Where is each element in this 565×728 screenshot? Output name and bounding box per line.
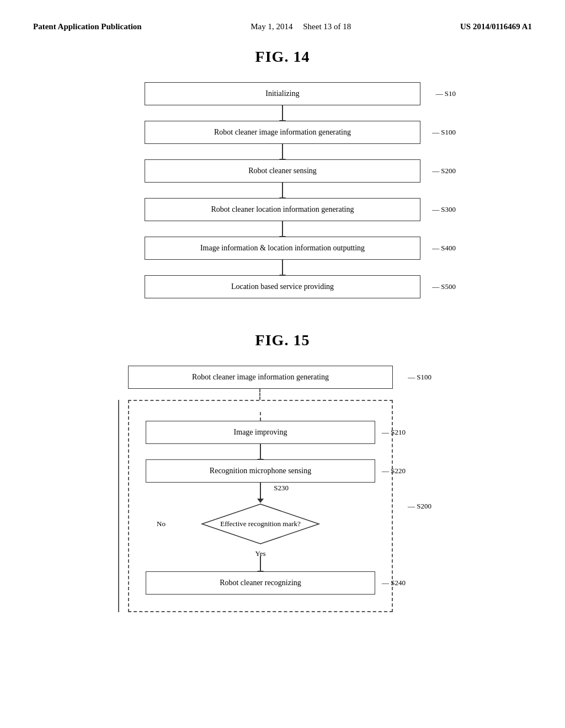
date: May 1, 2014 [250,22,292,31]
tag-s210: — S210 [382,428,406,437]
arrow-s400-s500 [282,260,283,275]
page-header: Patent Application Publication May 1, 20… [33,22,532,31]
fig15-outer-region: Image improving — S210 Recognition micro… [128,400,393,612]
arrow-s200-s300 [282,183,283,198]
fig14-title: FIG. 14 [33,48,532,66]
fig15-top-tag: S100 [408,373,431,382]
arrow-yes-s240 [260,556,261,571]
tag-s100: S100 [432,128,456,137]
fig15-diamond-row: Effective recognition mark? No Yes [146,502,375,546]
fig14-row-s200: Robot cleaner sensing S200 [145,159,420,183]
fig15-flowchart: Robot cleaner image information generati… [128,366,437,612]
fig14-flowchart: Initializing S10 Robot cleaner image inf… [145,82,420,298]
fig15-row-s210: Image improving — S210 [146,421,375,444]
box-recognizing: Robot cleaner recognizing [146,571,375,595]
arrow-s220-diamond: S230 [260,483,261,499]
fig14-row-s300: Robot cleaner location information gener… [145,198,420,221]
tag-s240: — S240 [382,579,406,587]
dashed-arrow-top [259,389,260,400]
box-image-info: Robot cleaner image information generati… [145,121,420,144]
tag-s300: S300 [432,205,456,214]
tag-s500: S500 [432,282,456,291]
arrow-s10-s100 [282,105,283,121]
sheet-info: Sheet 13 of 18 [303,22,351,31]
publication-label: Patent Application Publication [33,22,142,31]
box-service: Location based service providing S500 [145,275,420,298]
fig14-row-s100: Robot cleaner image information generati… [145,121,420,144]
tag-s200-outer: — S200 [408,502,431,511]
arrow-s210-s220 [260,444,261,459]
fig15-row-s240: Robot cleaner recognizing — S240 [146,571,375,595]
svg-text:Effective recognition mark?: Effective recognition mark? [220,520,301,528]
box-initializing: Initializing S10 [145,82,420,105]
box-location-info: Robot cleaner location information gener… [145,198,420,221]
fig15-title: FIG. 15 [33,331,532,349]
fig14-row-s500: Location based service providing S500 [145,275,420,298]
tag-s230: S230 [274,484,289,493]
arrow-s100-s200 [282,144,283,159]
dashed-connector [260,412,261,421]
tag-s220: — S220 [382,467,406,475]
fig14-row-s10: Initializing S10 [145,82,420,105]
diamond-shape: Effective recognition mark? [200,502,321,546]
branch-no-label: No [157,520,166,528]
patent-number: US 2014/0116469 A1 [460,22,532,31]
box-sensing: Robot cleaner sensing S200 [145,159,420,183]
s200-left-line [118,400,119,612]
box-image-improving: Image improving [146,421,375,444]
fig15-row-s220: Recognition microphone sensing — S220 [146,459,375,483]
page: Patent Application Publication May 1, 20… [0,0,565,728]
date-sheet: May 1, 2014 Sheet 13 of 18 [250,22,351,31]
box-microphone: Recognition microphone sensing [146,459,375,483]
arrow-s300-s400 [282,221,283,237]
tag-s10: S10 [436,89,456,98]
box-outputting: Image information & location information… [145,237,420,260]
fig14-row-s400: Image information & location information… [145,237,420,260]
tag-s400: S400 [432,244,456,253]
tag-s200: S200 [432,167,456,175]
fig15-top-box: Robot cleaner image information generati… [128,366,393,389]
fig15-dashed-box: Image improving — S210 Recognition micro… [128,400,393,612]
